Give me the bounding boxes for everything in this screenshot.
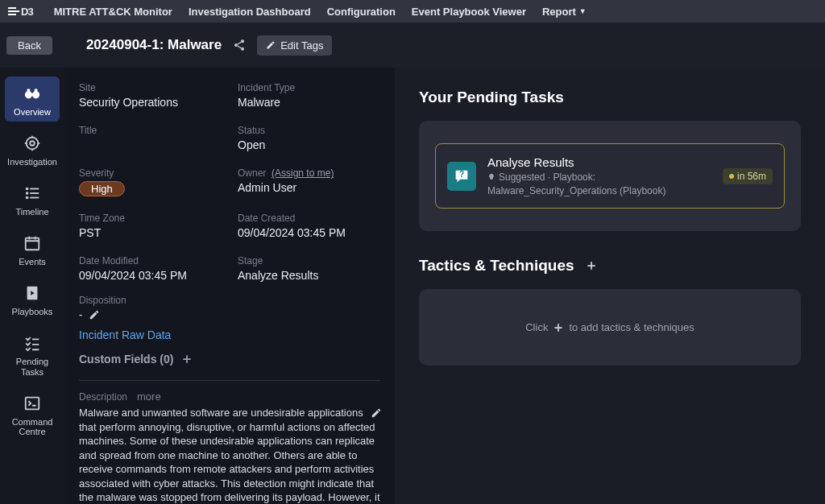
- checklist-icon: [23, 334, 41, 352]
- more-link[interactable]: more: [137, 390, 161, 403]
- pencil-icon[interactable]: [371, 407, 382, 419]
- task-playbook: Malware_Security_Operations (Playbook): [487, 185, 665, 196]
- svg-point-11: [27, 138, 39, 150]
- logo-text: D3: [21, 6, 33, 18]
- sidebar-label: Events: [19, 257, 46, 266]
- svg-rect-16: [30, 192, 39, 194]
- back-button[interactable]: Back: [6, 36, 52, 55]
- sidebar-item-playbooks[interactable]: Playbooks: [5, 276, 60, 321]
- nav-mitre[interactable]: MITRE ATT&CK Monitor: [54, 6, 172, 18]
- field-site: Site Security Operations: [79, 82, 222, 109]
- field-label: Time Zone: [79, 213, 222, 224]
- sidebar-label: Pending Tasks: [5, 357, 60, 376]
- field-date-created: Date Created 09/04/2024 03:45 PM: [238, 213, 380, 239]
- title-bar: Back 20240904-1: Malware Edit Tags: [0, 23, 825, 68]
- nav-configuration[interactable]: Configuration: [327, 6, 396, 18]
- nav-report-label: Report: [542, 6, 576, 18]
- field-value: PST: [79, 226, 222, 239]
- sidebar-label: Command Centre: [5, 417, 60, 436]
- field-value: Admin User: [238, 181, 380, 194]
- sidebar-item-investigation[interactable]: Investigation: [5, 126, 60, 171]
- field-severity: Severity High: [79, 167, 222, 196]
- plus-icon[interactable]: [586, 260, 597, 271]
- incident-raw-data-link[interactable]: Incident Raw Data: [79, 328, 380, 341]
- tactics-box: Click to add tactics & techniques: [419, 289, 801, 366]
- field-date-modified: Date Modified 09/04/2024 03:45 PM: [79, 255, 222, 282]
- task-due-text: in 56m: [737, 171, 766, 182]
- logo-icon: [8, 6, 19, 17]
- timeline-icon: [23, 184, 41, 202]
- svg-rect-9: [27, 89, 31, 93]
- field-status: Status Open: [238, 125, 380, 151]
- field-label: Stage: [238, 255, 380, 266]
- svg-point-4: [234, 43, 238, 47]
- pending-tasks-container: ? Analyse Results Suggested · Playbook: …: [419, 121, 801, 231]
- custom-fields-label: Custom Fields (0): [79, 353, 173, 366]
- pencil-icon[interactable]: [89, 309, 100, 320]
- field-value: Open: [238, 138, 380, 151]
- svg-rect-14: [30, 188, 39, 190]
- playbook-icon: [23, 284, 41, 302]
- field-stage: Stage Analyze Results: [238, 255, 380, 282]
- sidebar: Overview Investigation Timeline Events P…: [0, 68, 64, 504]
- calendar-icon: [23, 234, 41, 252]
- sidebar-item-overview[interactable]: Overview: [5, 76, 60, 122]
- edit-tags-label: Edit Tags: [280, 39, 323, 52]
- sidebar-label: Investigation: [7, 157, 57, 167]
- binoculars-icon: [23, 85, 41, 102]
- task-sub-prefix: Suggested · Playbook:: [499, 171, 595, 183]
- assign-to-me-link[interactable]: (Assign to me): [272, 167, 334, 179]
- svg-rect-2: [8, 14, 16, 15]
- bulb-icon: [487, 173, 495, 181]
- field-label: Date Created: [238, 213, 380, 224]
- sidebar-item-timeline[interactable]: Timeline: [5, 176, 60, 221]
- field-value: 09/04/2024 03:45 PM: [238, 226, 380, 239]
- svg-rect-8: [31, 93, 34, 96]
- svg-point-15: [26, 192, 29, 195]
- field-disposition: Disposition -: [79, 295, 380, 320]
- sidebar-item-pending-tasks[interactable]: Pending Tasks: [5, 326, 60, 381]
- field-label: Owner: [238, 167, 266, 179]
- field-owner: Owner (Assign to me) Admin User: [238, 167, 380, 196]
- svg-rect-22: [26, 397, 39, 409]
- task-card[interactable]: ? Analyse Results Suggested · Playbook: …: [435, 143, 785, 209]
- plus-icon[interactable]: [181, 353, 193, 365]
- sidebar-label: Playbooks: [12, 307, 53, 316]
- plus-icon[interactable]: [553, 322, 564, 333]
- details-panel: Site Security Operations Incident Type M…: [64, 68, 395, 504]
- separator: [79, 380, 380, 381]
- svg-rect-0: [8, 7, 16, 9]
- edit-tags-button[interactable]: Edit Tags: [257, 35, 332, 56]
- share-icon[interactable]: [233, 39, 246, 52]
- tactics-hint-pre: Click: [525, 321, 548, 333]
- field-label: Status: [238, 125, 380, 136]
- field-title: Title: [79, 125, 222, 151]
- svg-point-13: [26, 188, 29, 191]
- target-icon: [23, 134, 41, 152]
- field-label: Disposition: [79, 295, 380, 306]
- field-label: Incident Type: [238, 82, 380, 93]
- field-value: Malware: [238, 96, 380, 109]
- terminal-icon: [23, 395, 41, 412]
- svg-rect-18: [30, 197, 39, 199]
- nav-playbook-viewer[interactable]: Event Playbook Viewer: [412, 6, 526, 18]
- nav-dashboard[interactable]: Investigation Dashboard: [189, 6, 311, 18]
- svg-point-12: [30, 141, 35, 146]
- custom-fields-row[interactable]: Custom Fields (0): [79, 353, 380, 366]
- pending-tasks-title: Your Pending Tasks: [419, 89, 801, 106]
- tactics-title-text: Tactics & Techniques: [419, 257, 574, 275]
- field-value: Security Operations: [79, 96, 222, 109]
- tactics-title: Tactics & Techniques: [419, 257, 801, 275]
- svg-point-3: [241, 39, 244, 43]
- svg-point-17: [26, 196, 29, 200]
- svg-rect-1: [8, 10, 19, 12]
- field-value: Analyze Results: [238, 269, 380, 282]
- sidebar-item-events[interactable]: Events: [5, 226, 60, 271]
- description-text: Malware and unwanted software are undesi…: [79, 406, 380, 504]
- svg-rect-19: [26, 238, 39, 250]
- logo: D3: [3, 6, 38, 18]
- nav-report[interactable]: Report ▼: [542, 6, 587, 18]
- field-value: 09/04/2024 03:45 PM: [79, 269, 222, 282]
- sidebar-item-command-centre[interactable]: Command Centre: [5, 386, 60, 441]
- chevron-down-icon: ▼: [579, 7, 587, 15]
